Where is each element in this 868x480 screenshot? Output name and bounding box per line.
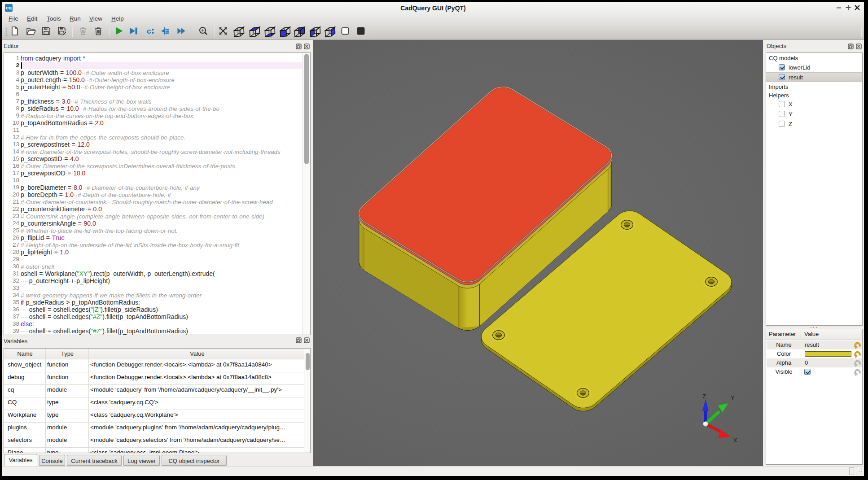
svg-text:c: c (147, 27, 151, 35)
svg-text:Y: Y (731, 394, 735, 401)
svg-text:Z: Z (702, 393, 706, 400)
svg-text:X: X (733, 437, 737, 444)
